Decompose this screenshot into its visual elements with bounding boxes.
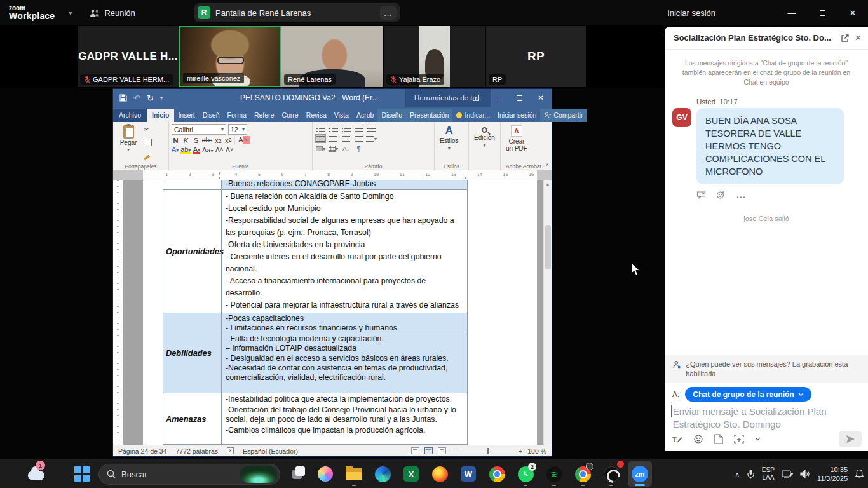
chevron-down-icon[interactable] <box>755 437 761 441</box>
page-indicator[interactable]: Página 24 de 34 <box>118 447 166 455</box>
tab-correspondencia[interactable]: Corre <box>278 109 302 122</box>
word-maximize-button[interactable] <box>508 89 530 107</box>
file-icon[interactable] <box>714 434 723 444</box>
zoom-out-icon[interactable]: – <box>451 447 455 455</box>
notification-bell-icon[interactable] <box>855 469 864 479</box>
tab-formato[interactable]: Forma <box>224 109 250 122</box>
multilevel-list-icon[interactable] <box>341 124 351 133</box>
close-chat-icon[interactable]: ✕ <box>855 33 862 43</box>
word-close-button[interactable]: ✕ <box>530 89 552 107</box>
shading-icon[interactable]: ▾ <box>315 144 326 153</box>
maximize-button[interactable] <box>807 0 837 25</box>
editing-button[interactable]: Edición ▾ <box>471 124 498 161</box>
task-view-button[interactable] <box>285 461 309 487</box>
undo-icon[interactable]: ↶ <box>133 93 140 103</box>
grow-font-button[interactable]: A˄ <box>215 146 223 154</box>
obs-icon[interactable] <box>599 461 623 487</box>
tab-acrobat[interactable]: Acrob <box>353 109 377 122</box>
format-icon[interactable]: T <box>672 435 682 444</box>
tab-insertar[interactable]: Insert <box>174 109 198 122</box>
redo-icon[interactable]: ↻ <box>147 93 154 103</box>
cut-icon[interactable]: ✂ <box>144 125 150 133</box>
document-page[interactable]: -Buenas relaciones CONAGOPARE-Juntas Opo… <box>143 180 537 445</box>
emoji-icon[interactable] <box>693 434 703 444</box>
highlight-color-button[interactable]: ab▾ <box>180 146 191 154</box>
table-row[interactable]: Debilidades -Pocas capacitaciones - Limi… <box>163 313 467 393</box>
font-size-select[interactable]: 12▾ <box>228 124 247 135</box>
zoom-slider[interactable] <box>460 451 513 451</box>
scrollbar-thumb[interactable] <box>545 225 551 269</box>
text-effects-button[interactable]: A▾ <box>172 146 179 154</box>
participant-tile-rene[interactable]: René Larenas <box>281 26 383 87</box>
participant-tile-rp[interactable]: RP RP <box>486 26 586 87</box>
message-bubble[interactable]: BUEN DÍA ANA SOSA TESORERA DE VALLE HERM… <box>696 108 844 184</box>
participant-tile-yajaira[interactable]: Yajaira Erazo <box>384 26 485 87</box>
sign-in-button[interactable]: Iniciar sesión <box>667 8 715 18</box>
proofing-icon[interactable]: ✗ <box>227 447 234 454</box>
meeting-tab[interactable]: Reunión <box>90 8 135 18</box>
sort-icon[interactable]: A↓ <box>341 144 351 153</box>
start-button[interactable] <box>70 461 94 487</box>
styles-button[interactable]: A Estilos ▾ <box>437 124 461 161</box>
word-sign-in[interactable]: Iniciar sesión <box>494 109 540 122</box>
close-button[interactable]: ✕ <box>837 0 868 25</box>
italic-button[interactable]: K <box>182 137 190 144</box>
table-row[interactable]: Oportunidades - Buena relación con Alcal… <box>163 190 467 313</box>
zoom-app-icon[interactable]: zm <box>628 461 652 487</box>
create-pdf-button[interactable]: A Crear un PDF <box>503 124 530 161</box>
customize-qat-icon[interactable]: ▾ <box>160 95 163 101</box>
tab-diseno[interactable]: Diseñ <box>199 109 224 122</box>
tab-inicio[interactable]: Inicio <box>147 109 174 122</box>
tab-archivo[interactable]: Archivo <box>113 109 147 122</box>
show-paragraph-marks-icon[interactable]: ¶ <box>353 144 364 153</box>
minimize-button[interactable]: — <box>776 0 807 25</box>
align-left-icon[interactable] <box>315 134 326 143</box>
increase-indent-icon[interactable] <box>366 124 377 133</box>
word-icon[interactable]: W <box>456 461 480 487</box>
tray-overflow-icon[interactable]: ∧ <box>735 471 740 478</box>
vertical-ruler[interactable] <box>113 180 123 445</box>
send-to-selector[interactable]: Chat de grupo de la reunión <box>685 387 811 402</box>
reply-icon[interactable] <box>696 191 706 199</box>
tab-revisar[interactable]: Revisa <box>302 109 330 122</box>
web-layout-icon[interactable] <box>438 447 446 454</box>
tab-tabla-presentacion[interactable]: Presentación <box>406 109 452 122</box>
justify-icon[interactable] <box>353 134 364 143</box>
zoom-in-icon[interactable]: + <box>519 447 522 455</box>
print-layout-icon[interactable] <box>424 447 433 454</box>
chrome-profile-icon[interactable] <box>571 461 595 487</box>
avatar[interactable]: GV <box>672 108 691 127</box>
participant-tile-mireille-active-speaker[interactable]: mireille.vasconez <box>179 26 281 87</box>
strikethrough-button[interactable]: abc <box>202 137 212 144</box>
more-options-icon[interactable]: … <box>380 6 397 20</box>
numbering-icon[interactable] <box>328 124 339 133</box>
microphone-icon[interactable] <box>747 469 755 479</box>
chevron-down-icon[interactable]: ▾ <box>69 10 72 17</box>
indent-marker-left[interactable]: ▾ <box>219 171 221 175</box>
indent-marker-hanging[interactable]: ▴ <box>219 175 221 180</box>
search-box[interactable]: Buscar <box>98 464 280 485</box>
save-icon[interactable] <box>119 94 127 102</box>
horizontal-ruler[interactable]: 1 2 3 4 5 6 7 8 9 10 11 12 13 14 15 16 1… <box>113 170 552 180</box>
row-label[interactable]: Amenazas <box>163 393 222 444</box>
tell-me-box[interactable]: Indicar... <box>452 109 494 122</box>
clock[interactable]: 10:35 11/3/2025 <box>817 465 848 484</box>
chrome-icon[interactable] <box>485 461 509 487</box>
underline-button[interactable]: S <box>192 137 200 144</box>
chat-message-input[interactable]: Enviar mensaje a Socialización Plan Estr… <box>671 405 859 431</box>
font-name-select[interactable]: Calibri▾ <box>172 124 226 135</box>
clear-formatting-button[interactable]: A␡ <box>234 136 250 144</box>
copy-icon[interactable] <box>144 139 150 147</box>
tab-vista[interactable]: Vista <box>330 109 353 122</box>
screenshot-icon[interactable] <box>734 435 744 444</box>
touch-keyboard-icon[interactable] <box>782 470 793 479</box>
superscript-button[interactable]: x2 <box>224 137 233 144</box>
align-center-icon[interactable] <box>328 134 339 143</box>
document-canvas[interactable]: -Buenas relaciones CONAGOPARE-Juntas Opo… <box>113 180 552 445</box>
edge-icon[interactable] <box>370 461 395 487</box>
word-count[interactable]: 7772 palabras <box>175 447 218 455</box>
participant-tile-gadpr[interactable]: GADPR VALLE H... GADPR VALLE HERM... <box>78 26 179 87</box>
bold-button[interactable]: N <box>172 137 180 144</box>
language-indicator[interactable]: Español (Ecuador) <box>243 447 298 455</box>
zoom-level[interactable]: 100 % <box>527 447 546 455</box>
